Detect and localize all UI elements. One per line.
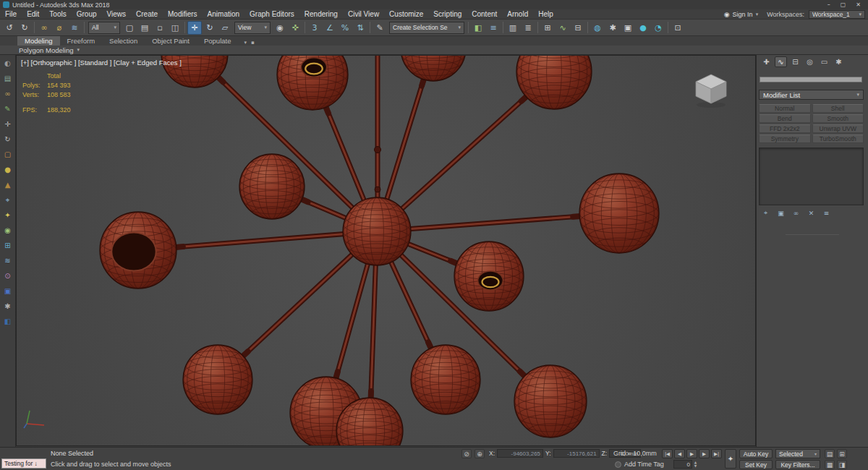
render-setup-icon[interactable]: ✱: [605, 21, 620, 35]
select-and-scale-icon[interactable]: ▱: [218, 21, 232, 35]
modifier-button-ffd-2x2x2[interactable]: FFD 2x2x2: [759, 124, 811, 133]
angle-snap-icon[interactable]: ∠: [323, 21, 337, 35]
menu-graph-editors[interactable]: Graph Editors: [244, 9, 299, 20]
display-toggle-icon[interactable]: ▣: [1, 285, 14, 297]
ribbon-tab-populate[interactable]: Populate: [197, 36, 239, 46]
edit-named-selection-icon[interactable]: ✎: [373, 21, 387, 35]
undo-icon[interactable]: ↺: [2, 21, 17, 35]
scene-list-icon[interactable]: ▤: [1, 72, 14, 85]
named-selection-dropdown[interactable]: Create Selection Se: [389, 22, 464, 34]
link-tool-icon[interactable]: ∞: [1, 87, 14, 100]
maximize-button[interactable]: ▢: [841, 1, 846, 8]
menu-animation[interactable]: Animation: [203, 9, 244, 20]
window-crossing-icon[interactable]: ◫: [168, 21, 182, 35]
ribbon-minimize-icon[interactable]: ▾: [244, 40, 247, 46]
menu-views[interactable]: Views: [102, 9, 132, 20]
viewport[interactable]: [+] [Orthographic ] [Standard ] [Clay + …: [16, 55, 756, 446]
object-name-field[interactable]: [760, 77, 862, 82]
select-object-icon[interactable]: ▢: [122, 21, 137, 35]
camera-icon[interactable]: ◉: [1, 224, 14, 236]
key-selection-dropdown[interactable]: Selected ▾: [775, 449, 820, 458]
display-tab-icon[interactable]: ▭: [818, 56, 830, 67]
x-coordinate-field[interactable]: -94603,265: [497, 449, 543, 458]
material-editor-icon[interactable]: ◍: [590, 21, 605, 35]
rectangular-selection-region-icon[interactable]: ▫: [153, 21, 167, 35]
viewcube[interactable]: [687, 66, 735, 111]
menu-customize[interactable]: Customize: [384, 9, 428, 20]
snap-toggle-3d-icon[interactable]: 3: [307, 21, 322, 35]
layer-explorer-icon[interactable]: ≣: [521, 21, 535, 35]
reference-coordinate-dropdown[interactable]: View: [234, 22, 271, 34]
helper-icon[interactable]: ⊞: [1, 239, 14, 252]
scene-explorer-icon[interactable]: ▥: [506, 21, 520, 35]
percent-snap-icon[interactable]: %: [338, 21, 352, 35]
move-tool-icon[interactable]: ✛: [1, 118, 14, 130]
modifier-button-smooth[interactable]: Smooth: [812, 114, 864, 123]
keyboard-override-icon[interactable]: ▦: [825, 460, 835, 469]
close-button[interactable]: ✕: [856, 1, 861, 8]
schematic-view-icon[interactable]: ⊟: [571, 21, 585, 35]
remove-modifier-icon[interactable]: ✕: [806, 208, 817, 218]
system-icon[interactable]: ⊙: [1, 270, 14, 282]
play-button[interactable]: ▶: [686, 449, 697, 458]
menu-scripting[interactable]: Scripting: [428, 9, 467, 20]
select-and-link-icon[interactable]: ∞: [37, 21, 51, 35]
mirror-icon[interactable]: ◧: [471, 21, 485, 35]
render-iterative-icon[interactable]: ◔: [651, 21, 665, 35]
go-to-start-button[interactable]: |◀: [662, 449, 673, 458]
menu-create[interactable]: Create: [131, 9, 163, 20]
curve-editor-icon[interactable]: ∿: [556, 21, 570, 35]
viewport-label[interactable]: [+] [Orthographic ] [Standard ] [Clay + …: [21, 59, 182, 67]
open-in-viewport-icon[interactable]: ⊡: [671, 21, 685, 35]
ribbon-tab-modeling[interactable]: Modeling: [17, 36, 60, 46]
selection-filter-dropdown[interactable]: All: [88, 22, 120, 34]
menu-edit[interactable]: Edit: [22, 9, 44, 20]
render-production-icon[interactable]: ●: [636, 21, 650, 35]
menu-arnold[interactable]: Arnold: [502, 9, 533, 20]
modifier-list-dropdown[interactable]: Modifier List ▾: [759, 90, 864, 100]
mini-listener-icon[interactable]: ▤: [825, 449, 835, 458]
menu-group[interactable]: Group: [72, 9, 102, 20]
viewport-preview-icon[interactable]: ◐: [1, 57, 14, 69]
select-and-move-icon[interactable]: ✛: [187, 21, 202, 35]
set-key-button[interactable]: Set Key: [739, 460, 773, 469]
workspace-dropdown[interactable]: Workspace_1: [809, 10, 865, 19]
next-frame-button[interactable]: ▶: [699, 449, 710, 458]
menu-help[interactable]: Help: [533, 9, 558, 20]
menu-civil-view[interactable]: Civil View: [343, 9, 384, 20]
utilities-tab-icon[interactable]: ✱: [833, 56, 845, 67]
align-icon[interactable]: ≡: [486, 21, 501, 35]
bind-to-spacewarp-icon[interactable]: ≋: [67, 21, 82, 35]
ribbon-tab-selection[interactable]: Selection: [102, 36, 145, 46]
maxscript-mini-listener[interactable]: Testing for ↓: [1, 458, 46, 469]
menu-tools[interactable]: Tools: [44, 9, 71, 20]
current-frame-field[interactable]: 0: [673, 460, 692, 469]
ribbon-tab-freeform[interactable]: Freeform: [60, 36, 103, 46]
create-tab-icon[interactable]: ✚: [760, 56, 773, 67]
hierarchy-tab-icon[interactable]: ⊟: [789, 56, 801, 67]
light-icon[interactable]: ✦: [1, 209, 14, 221]
make-unique-icon[interactable]: ∞: [791, 208, 801, 218]
sign-in-button[interactable]: ◉ Sign In ▾: [720, 11, 762, 18]
menu-content[interactable]: Content: [467, 9, 502, 20]
spacewarp-icon[interactable]: ≋: [1, 255, 14, 267]
unlink-selection-icon[interactable]: ⌀: [52, 21, 67, 35]
absolute-offset-icon[interactable]: ⊕: [475, 449, 485, 458]
ribbon-pin-icon[interactable]: ▪: [251, 40, 255, 46]
auto-key-button[interactable]: Auto Key: [739, 449, 773, 458]
redo-icon[interactable]: ↻: [17, 21, 32, 35]
snap-target-icon[interactable]: ⌖: [1, 194, 14, 206]
y-coordinate-field[interactable]: -15176,621: [553, 449, 600, 458]
rotate-tool-icon[interactable]: ↻: [1, 133, 14, 145]
utility-icon[interactable]: ✱: [1, 300, 14, 312]
frame-spinner[interactable]: ▲▼: [693, 460, 698, 469]
extras-icon[interactable]: ◧: [1, 315, 14, 328]
menu-rendering[interactable]: Rendering: [299, 9, 343, 20]
modifier-button-shell[interactable]: Shell: [812, 104, 864, 113]
modifier-button-bend[interactable]: Bend: [759, 114, 811, 123]
sphere-primitive-icon[interactable]: ●: [1, 163, 14, 176]
key-filters-button[interactable]: Key Filters...: [775, 460, 820, 469]
time-configuration-icon[interactable]: ◨: [837, 460, 847, 469]
show-end-result-icon[interactable]: ▣: [775, 208, 786, 218]
select-and-rotate-icon[interactable]: ↻: [203, 21, 217, 35]
